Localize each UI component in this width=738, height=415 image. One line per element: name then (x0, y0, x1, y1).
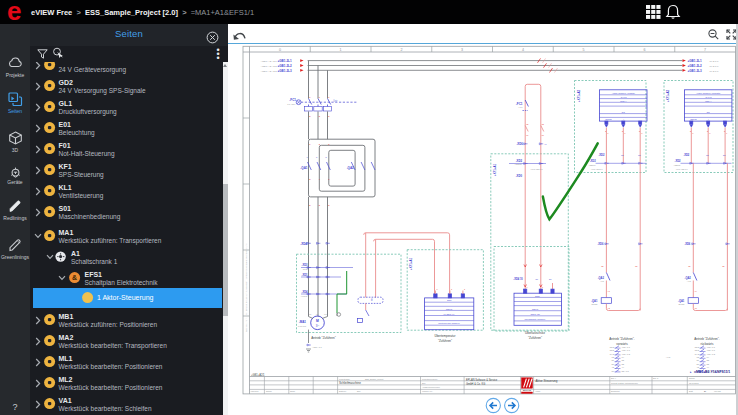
svg-text:Geprüft. Datum: Unterschrieben: Geprüft. Datum: Unterschrieben (611, 382, 638, 384)
svg-text:A1: A1 (607, 290, 609, 292)
svg-text:7: 7 (704, 48, 706, 52)
svg-text:13: 13 (601, 265, 603, 267)
svg-text:Projektbezeichner:: Projektbezeichner: (422, 378, 438, 380)
svg-text:-XD2: -XD2 (683, 153, 689, 157)
svg-text:-XD4 10: -XD4 10 (513, 277, 523, 281)
svg-text:Bearbeitung nur mit EPLAN Educ: Bearbeitung nur mit EPLAN Education zuge… (245, 243, 247, 332)
svg-text:hw56.2: hw56.2 (532, 308, 538, 310)
svg-text:+GB1-2L2: +GB1-2L2 (688, 64, 702, 68)
svg-text:EPL: EPL (357, 390, 361, 392)
svg-text:L: L (709, 132, 710, 134)
svg-text:-XE1 / 1.1: -XE1 / 1.1 (312, 346, 323, 348)
svg-text:95: 95 (542, 123, 544, 125)
svg-text:Ersteller:: Ersteller: (339, 390, 347, 392)
svg-text:+GB1-2L3: +GB1-2L3 (278, 69, 292, 73)
svg-text:Antrieb "Zuführen".: Antrieb "Zuführen". (609, 337, 634, 341)
svg-text:Änderung: Änderung (250, 390, 258, 392)
svg-text:Antrieb "Zuführen".: Antrieb "Zuführen". (694, 337, 719, 341)
svg-text:+KF1+A2: +KF1+A2 (577, 89, 581, 102)
svg-text:25.205: 25.205 (679, 303, 685, 305)
svg-text:96: 96 (526, 134, 528, 136)
svg-text:/ 1.5: / 1.5 (687, 280, 691, 282)
svg-text:473 / 1.2: 473 / 1.2 (707, 353, 716, 355)
svg-text:-XD2: -XD2 (598, 153, 604, 157)
svg-text:=MB1+B2.Y1&NFS11/1: =MB1+B2.Y1&NFS11/1 (694, 370, 730, 374)
svg-text:Datum: Datum (266, 390, 272, 392)
svg-text:+KF1+A1: +KF1+A1 (493, 163, 497, 176)
svg-text:DI5: DI5 (622, 111, 625, 113)
svg-text:13.07.2015: 13.07.2015 (689, 382, 698, 384)
svg-text:Ers. d.: Ers. d. (653, 377, 659, 379)
svg-text:-XD6: -XD6 (597, 242, 603, 246)
svg-text:Projektname:: Projektname: (339, 378, 351, 380)
svg-text:&: & (72, 274, 77, 281)
svg-text:2: 2 (400, 48, 402, 52)
svg-text:-QA1: -QA1 (300, 166, 307, 170)
svg-text:DO175: DO175 (691, 118, 697, 120)
svg-text:3: 3 (461, 48, 463, 52)
svg-text:V1: V1 (316, 313, 318, 315)
svg-text:-XD2: -XD2 (590, 159, 596, 163)
svg-text:-XD4: -XD4 (300, 242, 307, 246)
svg-text:hw56.2: hw56.2 (446, 308, 452, 310)
svg-text:Überlastschutz: Überlastschutz (525, 331, 545, 335)
svg-text:-QA2: -QA2 (347, 166, 354, 170)
svg-text:Logisch. ref.:: Logisch. ref.: (422, 390, 433, 392)
svg-text:-FC1: -FC1 (289, 98, 296, 102)
svg-text:473 / 1.1: 473 / 1.1 (622, 349, 631, 351)
svg-text:96: 96 (542, 134, 544, 136)
svg-text:von 112: von 112 (714, 390, 721, 392)
svg-text:-XD6: -XD6 (684, 242, 690, 246)
svg-text:+GD1+A2 / 2.2: +GD1+A2 / 2.2 (261, 65, 278, 68)
svg-text:+KF1+A2: +KF1+A2 (666, 89, 670, 102)
svg-text:5: 5 (583, 48, 585, 52)
svg-text:+GB1-2L3: +GB1-2L3 (688, 69, 702, 73)
svg-text:ANSLTF: ANSLTF (588, 164, 596, 166)
svg-text:-FC1: -FC1 (516, 102, 523, 106)
svg-text:KL-3208 / 14: KL-3208 / 14 (444, 313, 455, 315)
svg-text:W1: W1 (324, 313, 327, 315)
svg-text:473 / 1.2: 473 / 1.2 (622, 353, 631, 355)
svg-text:Übertemperatur: Übertemperatur (434, 334, 455, 338)
svg-text:1: 1 (526, 286, 527, 288)
svg-text:13: 13 (635, 265, 637, 267)
svg-text:+GB1-2L1: +GB1-2L1 (688, 59, 702, 63)
svg-text:25.205: 25.205 (592, 303, 598, 305)
svg-text:13: 13 (688, 265, 690, 267)
svg-text:-XD6: -XD6 (516, 142, 523, 146)
svg-text:Bearbeitet: Bearbeitet (611, 390, 620, 392)
svg-text:Datum: Datum (689, 377, 695, 379)
svg-text:4: 4 (522, 48, 524, 52)
svg-text:+GB1-2L2: +GB1-2L2 (278, 64, 292, 68)
svg-text:473 / 1.1: 473 / 1.1 (707, 346, 716, 348)
svg-text:+GD1+A2 / 2.1: +GD1+A2 / 2.1 (261, 60, 278, 63)
svg-text:13: 13 (722, 265, 724, 267)
svg-text:"Zuführen": "Zuführen" (528, 336, 542, 340)
svg-text:-XD2: -XD2 (675, 159, 681, 163)
svg-text:ANSLTF: ANSLTF (673, 164, 681, 166)
svg-text:I>>: I>> (334, 99, 338, 103)
svg-text:1: 1 (464, 288, 465, 290)
svg-text:L: L (641, 132, 642, 134)
svg-text:EPLAN Software & Service: EPLAN Software & Service (466, 378, 498, 382)
svg-text:1: 1 (436, 288, 437, 290)
svg-text:1: 1 (451, 288, 452, 290)
svg-text:hw24.4: hw24.4 (705, 100, 711, 102)
svg-text:1: 1 (340, 48, 342, 52)
svg-text:+GB1-2L1: +GB1-2L1 (278, 59, 292, 63)
svg-text:-MA1: -MA1 (299, 320, 307, 324)
svg-text:+GD1+A2 / 2.3: +GD1+A2 / 2.3 (261, 70, 278, 73)
svg-text:+KF1-XD2 1.6: +KF1-XD2 1.6 (530, 168, 544, 170)
svg-text:L: L (726, 132, 727, 134)
svg-text:Name: Name (290, 390, 295, 392)
svg-text:A1: A1 (694, 290, 696, 292)
svg-text:DO175: DO175 (606, 118, 612, 120)
svg-text:L: L (608, 132, 609, 134)
svg-text:Aktor-Steuerung: Aktor-Steuerung (536, 379, 558, 383)
svg-text:=MA2 1.0: =MA2 1.0 (708, 70, 719, 73)
svg-text:U1: U1 (309, 313, 311, 315)
svg-text:L: L (693, 132, 694, 134)
svg-text:+KF1-XD2 1.6: +KF1-XD2 1.6 (676, 168, 688, 170)
svg-text:GmbH & Co. KG: GmbH & Co. KG (466, 382, 485, 386)
svg-text:A2: A2 (607, 307, 609, 309)
